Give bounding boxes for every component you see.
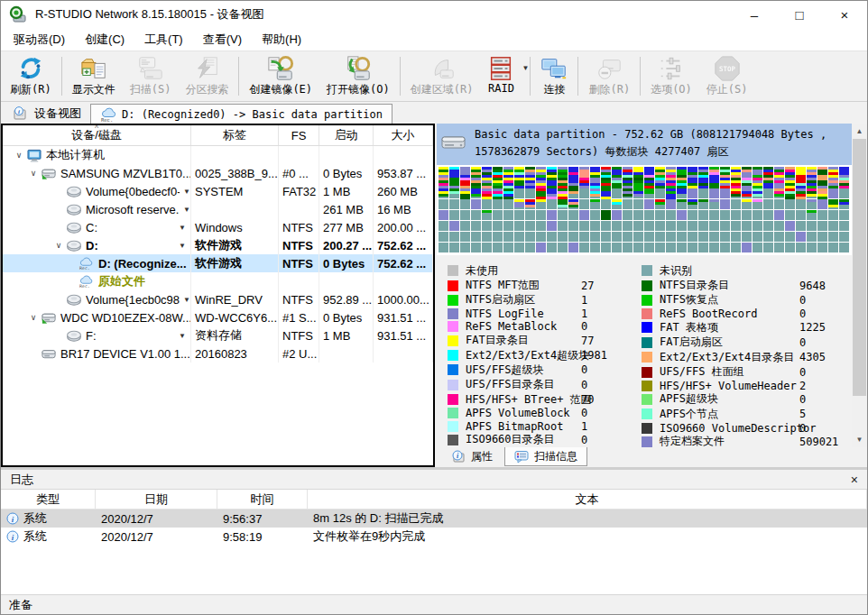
row-dropdown-icon[interactable]: ▼ bbox=[179, 242, 186, 250]
block-cell bbox=[525, 199, 536, 210]
tree-row-5[interactable]: ∨D:▼软件游戏NTFS200.27 ...752.62 ... bbox=[3, 236, 433, 254]
scan-tab-scan-info[interactable]: 扫描信息 bbox=[504, 447, 587, 466]
block-cell bbox=[460, 221, 471, 232]
scan-info-icon bbox=[514, 450, 529, 464]
row-dropdown-icon[interactable]: ▼ bbox=[183, 206, 190, 214]
tree-column-header-3[interactable]: 启动 bbox=[319, 125, 374, 145]
block-cell bbox=[536, 178, 547, 188]
menu-item-0[interactable]: 驱动器(D) bbox=[4, 29, 75, 50]
device-name-cell: C:▼ bbox=[3, 218, 191, 236]
block-cell bbox=[709, 243, 720, 253]
tree-row-8[interactable]: Volume{1ecb0c98-..▼WinRE_DRVNTFS952.89 .… bbox=[3, 290, 433, 308]
fs-cell: NTFS bbox=[279, 326, 319, 344]
log-column-header-2[interactable]: 时间 bbox=[217, 490, 308, 509]
tree-column-header-2[interactable]: FS bbox=[279, 125, 319, 145]
legend-swatch bbox=[448, 421, 458, 432]
menu-item-2[interactable]: 工具(T) bbox=[134, 29, 193, 50]
device-tree: ∨本地计算机∨SAMSUNG MZVLB1T0...0025_388B_9...… bbox=[3, 146, 433, 465]
tree-row-1[interactable]: ∨SAMSUNG MZVLB1T0...0025_388B_9...#0 ...… bbox=[3, 164, 433, 182]
tree-column-header-0[interactable]: 设备/磁盘˄ bbox=[3, 125, 191, 145]
minimize-button[interactable]: – bbox=[732, 1, 777, 28]
legend-count: 0 bbox=[581, 363, 587, 376]
info-circle-icon: i bbox=[6, 512, 19, 525]
tab-device-view[interactable]: i 设备视图 bbox=[4, 103, 90, 124]
log-column-header-0[interactable]: 类型 bbox=[1, 490, 96, 509]
log-row-0[interactable]: i系统2020/12/79:56:378m 12s 的 D: 扫描已完成 bbox=[1, 509, 867, 528]
expand-chevron-icon[interactable]: ∨ bbox=[26, 169, 41, 178]
log-column-header-1[interactable]: 日期 bbox=[96, 490, 217, 509]
scrollbar-thumb[interactable] bbox=[853, 139, 866, 396]
log-column-headers: 类型日期时间文本 bbox=[1, 490, 867, 509]
close-button[interactable]: × bbox=[822, 1, 867, 28]
log-close-icon[interactable]: × bbox=[851, 473, 858, 487]
raid-button[interactable]: RAID▼ bbox=[480, 52, 527, 100]
legend-item-right-5: FAT启动扇区0 bbox=[642, 335, 852, 350]
block-cell bbox=[731, 178, 742, 188]
tree-row-10[interactable]: F:▼资料存储NTFS1 MB931.51 ... bbox=[3, 326, 433, 344]
block-cell bbox=[731, 232, 742, 243]
block-cell bbox=[514, 210, 525, 221]
tree-row-3[interactable]: Microsoft reserve..▼261 MB16 MB bbox=[3, 200, 433, 218]
label-cell: 0025_388B_9... bbox=[191, 164, 279, 182]
menu-item-3[interactable]: 查看(V) bbox=[193, 29, 252, 50]
row-dropdown-icon[interactable]: ▼ bbox=[183, 188, 190, 196]
legend-count: 0 bbox=[581, 379, 587, 391]
block-cell bbox=[558, 243, 568, 253]
tree-row-9[interactable]: ∨WDC WD10EZEX-08W...WD-WCC6Y6...#1 S...0… bbox=[3, 308, 433, 326]
legend-label: 特定档案文件 bbox=[660, 434, 725, 447]
block-cell bbox=[774, 199, 785, 210]
row-dropdown-icon[interactable]: ▼ bbox=[179, 224, 186, 232]
tree-row-11[interactable]: BR17 DEVICE V1.00 1....20160823#2 U... bbox=[3, 344, 433, 363]
block-cell bbox=[503, 167, 514, 178]
tree-row-4[interactable]: C:▼WindowsNTFS277 MB200.00 ... bbox=[3, 218, 433, 236]
block-cell bbox=[644, 188, 655, 199]
tree-row-6[interactable]: Rec.D: (Recognize...软件游戏NTFS0 Bytes752.6… bbox=[3, 254, 433, 272]
scrollbar-up-icon[interactable]: ▲ bbox=[852, 124, 867, 139]
legend-label: APFS超级块 bbox=[660, 391, 718, 407]
show-files-button[interactable]: 显示文件 bbox=[65, 52, 123, 100]
menu-item-4[interactable]: 帮助(H) bbox=[252, 29, 311, 50]
log-column-header-3[interactable]: 文本 bbox=[308, 490, 867, 509]
tree-row-0[interactable]: ∨本地计算机 bbox=[3, 146, 433, 164]
tab-recognized-partition[interactable]: Rec. D: (Recognized0) -> Basic data part… bbox=[90, 104, 392, 124]
block-cell bbox=[525, 188, 536, 199]
block-cell bbox=[817, 243, 828, 253]
menu-item-1[interactable]: 创建(C) bbox=[75, 29, 134, 50]
block-cell bbox=[439, 221, 449, 232]
log-time-cell: 9:56:37 bbox=[217, 509, 308, 528]
expand-chevron-icon[interactable]: ∨ bbox=[51, 241, 66, 250]
scan-scrollbar[interactable]: ▲ ▼ bbox=[852, 124, 867, 447]
legend-count: 2 bbox=[799, 380, 806, 392]
fs-cell: NTFS bbox=[279, 290, 319, 308]
create-image-button[interactable]: 创建镜像(E) bbox=[242, 52, 319, 100]
scrollbar-track[interactable] bbox=[852, 396, 867, 432]
raid-dropdown-icon[interactable]: ▼ bbox=[522, 64, 530, 72]
maximize-button[interactable]: □ bbox=[777, 1, 822, 28]
tree-row-2[interactable]: Volume{0bedecf0-..▼SYSTEMFAT321 MB260 MB bbox=[3, 182, 433, 200]
label-cell bbox=[191, 272, 279, 290]
expand-chevron-icon[interactable]: ∨ bbox=[26, 313, 41, 322]
block-cell bbox=[698, 221, 709, 232]
create-region-button-label: 创建区域(R) bbox=[411, 82, 474, 97]
options-icon bbox=[658, 55, 685, 82]
open-image-button[interactable]: 打开镜像(O) bbox=[319, 52, 397, 100]
block-cell bbox=[449, 210, 460, 221]
block-cell bbox=[471, 188, 482, 199]
block-cell bbox=[449, 232, 460, 243]
scrollbar-down-icon[interactable]: ▼ bbox=[852, 432, 867, 447]
refresh-button[interactable]: 刷新(R) bbox=[3, 52, 59, 100]
expand-chevron-icon[interactable]: ∨ bbox=[12, 151, 26, 160]
legend-swatch bbox=[642, 308, 652, 319]
connect-button[interactable]: 连接 bbox=[533, 52, 575, 100]
log-row-1[interactable]: i系统2020/12/79:58:19文件枚举在9秒内完成 bbox=[1, 528, 867, 546]
tree-row-7[interactable]: Rec.原始文件 bbox=[3, 272, 433, 290]
tree-column-header-1[interactable]: 标签 bbox=[191, 125, 279, 145]
label-cell bbox=[191, 200, 279, 218]
row-dropdown-icon[interactable]: ▼ bbox=[183, 296, 190, 304]
volume-icon bbox=[66, 329, 82, 343]
row-dropdown-icon[interactable]: ▼ bbox=[179, 332, 186, 340]
legend-count: 1981 bbox=[581, 349, 607, 362]
block-cell bbox=[688, 178, 698, 188]
tree-column-header-4[interactable]: 大小 bbox=[374, 125, 433, 145]
scan-tab-properties[interactable]: i属性 bbox=[442, 447, 502, 466]
